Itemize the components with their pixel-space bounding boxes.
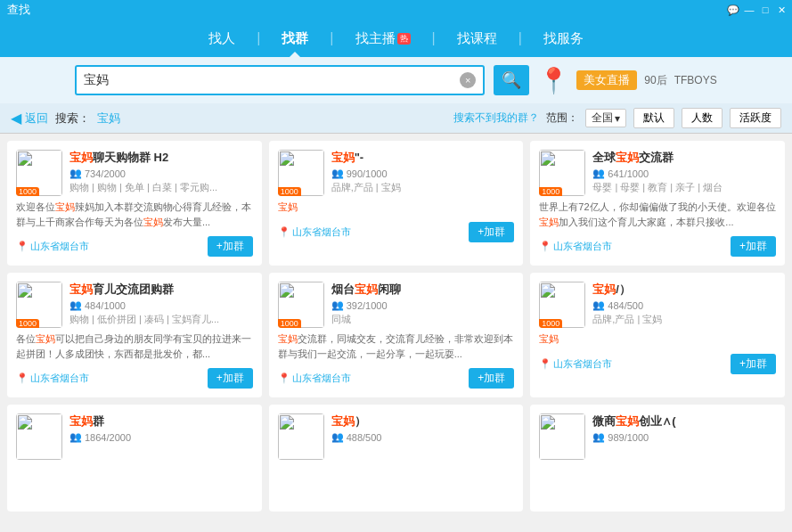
group-card-top: 👧" data-name="avatar-image" data-interac… bbox=[278, 413, 515, 460]
close-btn[interactable]: ✕ bbox=[774, 3, 788, 17]
avatar-badge: 1000 bbox=[16, 187, 39, 196]
clear-button[interactable]: × bbox=[460, 72, 476, 88]
add-group-button[interactable]: +加群 bbox=[208, 368, 253, 389]
group-info: 全球宝妈交流群 👥 641/1000 母婴 | 母婴 | 教育 | 亲子 | 烟… bbox=[592, 150, 776, 196]
location-icon: 📍 bbox=[539, 358, 551, 370]
group-tags: 同城 bbox=[331, 313, 515, 326]
group-info: 烟台宝妈闲聊 👥 392/1000 同城 bbox=[331, 282, 515, 328]
chevron-down-icon: ▾ bbox=[615, 112, 620, 125]
members-count: 488/500 bbox=[347, 432, 382, 443]
group-footer: 📍山东省烟台市 +加群 bbox=[16, 236, 253, 257]
group-card-top: 👩" data-name="avatar-image" data-interac… bbox=[278, 282, 515, 328]
user-age: 90后 bbox=[644, 73, 666, 88]
group-card: 👧" data-name="avatar-image" data-interac… bbox=[269, 405, 524, 512]
add-group-button[interactable]: +加群 bbox=[469, 368, 514, 389]
search-input[interactable] bbox=[84, 73, 460, 87]
range-select[interactable]: 全国 ▾ bbox=[585, 109, 626, 127]
content-area: 👶" data-name="avatar-image" data-interac… bbox=[0, 134, 792, 532]
group-avatar: 🧒" data-name="avatar-image" data-interac… bbox=[16, 282, 62, 328]
group-info: 宝妈） 👥 488/500 bbox=[331, 413, 515, 460]
toolbar-right: 搜索不到我的群？ 范围： 全国 ▾ 默认 人数 活跃度 bbox=[453, 108, 781, 128]
maximize-btn[interactable]: □ bbox=[758, 3, 772, 17]
group-avatar: 👩" data-name="avatar-image" data-interac… bbox=[539, 150, 585, 196]
group-desc: 世界上有72亿人，你却偏偏做了我的小天使。欢迎各位宝妈加入我们这个育儿大家庭，本… bbox=[539, 200, 776, 229]
group-name: 全球宝妈交流群 bbox=[592, 150, 776, 166]
group-card: 👩" data-name="avatar-image" data-interac… bbox=[7, 405, 262, 512]
group-members: 👥 392/1000 bbox=[331, 299, 515, 311]
group-card-top: 🧒" data-name="avatar-image" data-interac… bbox=[16, 282, 253, 328]
hot-badge: 热 bbox=[397, 33, 411, 45]
group-desc: 欢迎各位宝妈辣妈加入本群交流购物心得育儿经验，本群与上千商家合作每天为各位宝妈发… bbox=[16, 200, 253, 229]
sort-activity-btn[interactable]: 活跃度 bbox=[730, 108, 781, 128]
group-location: 📍山东省烟台市 bbox=[278, 372, 351, 385]
members-icon: 👥 bbox=[331, 168, 344, 179]
members-count: 734/2000 bbox=[85, 168, 126, 179]
members-icon: 👥 bbox=[69, 168, 82, 179]
search-extra: 📍 美女直播 90后 TFBOYS bbox=[538, 66, 716, 95]
group-name: 宝妈"- bbox=[331, 150, 515, 166]
nav-find-course[interactable]: 找课程 bbox=[436, 20, 518, 57]
group-desc: 宝妈 bbox=[539, 331, 776, 347]
title-bar-controls: 💬 — □ ✕ bbox=[726, 0, 788, 20]
sort-members-btn[interactable]: 人数 bbox=[682, 108, 723, 128]
title-bar: 查找 💬 — □ ✕ bbox=[0, 0, 792, 20]
group-location: 📍山东省烟台市 bbox=[16, 372, 89, 385]
nav-find-people[interactable]: 找人 bbox=[187, 20, 257, 57]
group-avatar: 👶" data-name="avatar-image" data-interac… bbox=[16, 150, 62, 196]
members-icon: 👥 bbox=[69, 431, 82, 443]
minimize-btn[interactable]: — bbox=[742, 3, 756, 17]
group-info: 微商宝妈创业∧( 👥 989/1000 bbox=[592, 413, 776, 460]
members-count: 484/1000 bbox=[85, 300, 126, 311]
group-info: 宝妈"- 👥 990/1000 品牌,产品 | 宝妈 bbox=[331, 150, 515, 196]
group-location: 📍山东省烟台市 bbox=[278, 225, 351, 239]
location-icon: 📍 bbox=[278, 372, 290, 384]
members-count: 484/500 bbox=[608, 300, 643, 311]
group-card: 👶" data-name="avatar-image" data-interac… bbox=[530, 273, 785, 397]
search-keyword-text: 宝妈 bbox=[97, 110, 120, 127]
group-members: 👥 488/500 bbox=[331, 431, 515, 443]
group-card: 👩" data-name="avatar-image" data-interac… bbox=[269, 273, 524, 397]
message-btn[interactable]: 💬 bbox=[726, 3, 740, 17]
user-tag: 美女直播 bbox=[576, 70, 637, 90]
search-bar: × 🔍 📍 美女直播 90后 TFBOYS bbox=[0, 57, 792, 103]
group-tags: 品牌,产品 | 宝妈 bbox=[331, 181, 515, 194]
add-group-button[interactable]: +加群 bbox=[208, 236, 253, 257]
group-desc: 宝妈交流群，同城交友，交流育儿经验，非常欢迎到本群与我们一起交流，一起分享，一起… bbox=[278, 331, 515, 361]
members-count: 641/1000 bbox=[608, 168, 649, 179]
group-members: 👥 990/1000 bbox=[331, 168, 515, 179]
nav-find-service[interactable]: 找服务 bbox=[522, 20, 605, 57]
user-name: TFBOYS bbox=[674, 74, 717, 86]
add-group-button[interactable]: +加群 bbox=[469, 222, 514, 242]
group-card: 👩" data-name="avatar-image" data-interac… bbox=[530, 141, 785, 266]
add-group-button[interactable]: +加群 bbox=[731, 236, 776, 257]
search-button[interactable]: 🔍 bbox=[494, 65, 529, 95]
group-desc: 宝妈 bbox=[278, 200, 515, 215]
avatar-badge: 1000 bbox=[278, 319, 301, 328]
nav-find-group[interactable]: 找群 bbox=[260, 20, 330, 57]
group-card-top: 👩" data-name="avatar-image" data-interac… bbox=[16, 413, 253, 460]
group-tags: 品牌,产品 | 宝妈 bbox=[592, 313, 776, 326]
group-name: 烟台宝妈闲聊 bbox=[331, 282, 515, 298]
group-desc: 各位宝妈可以把自己身边的朋友同学有宝贝的拉进来一起拼团！人多成团快，东西都是批发… bbox=[16, 331, 253, 361]
nav-find-anchor[interactable]: 找主播 热 bbox=[334, 20, 432, 57]
avatar-badge: 1000 bbox=[539, 319, 562, 328]
group-footer: 📍山东省烟台市 +加群 bbox=[539, 354, 776, 374]
back-arrow-icon: ◀ bbox=[11, 110, 21, 127]
members-icon: 👥 bbox=[331, 299, 344, 311]
group-name: 宝妈） bbox=[331, 413, 515, 430]
members-icon: 👥 bbox=[592, 431, 605, 443]
members-icon: 👥 bbox=[592, 299, 605, 311]
not-found-link[interactable]: 搜索不到我的群？ bbox=[453, 110, 539, 126]
range-label: 范围： bbox=[546, 110, 578, 126]
sort-default-btn[interactable]: 默认 bbox=[633, 108, 674, 128]
group-footer: 📍山东省烟台市 +加群 bbox=[16, 368, 253, 389]
group-footer: 📍山东省烟台市 +加群 bbox=[539, 236, 776, 257]
add-group-button[interactable]: +加群 bbox=[731, 354, 776, 374]
location-icon: 📍 bbox=[278, 226, 290, 238]
group-card: 👧" data-name="avatar-image" data-interac… bbox=[269, 141, 524, 266]
back-button[interactable]: ◀ 返回 bbox=[11, 110, 48, 127]
location-icon: 📍 bbox=[16, 241, 29, 252]
group-avatar: 👩" data-name="avatar-image" data-interac… bbox=[16, 413, 62, 460]
location-pin-icon: 📍 bbox=[538, 66, 569, 95]
toolbar: ◀ 返回 搜索： 宝妈 搜索不到我的群？ 范围： 全国 ▾ 默认 人数 活跃度 bbox=[0, 103, 792, 134]
